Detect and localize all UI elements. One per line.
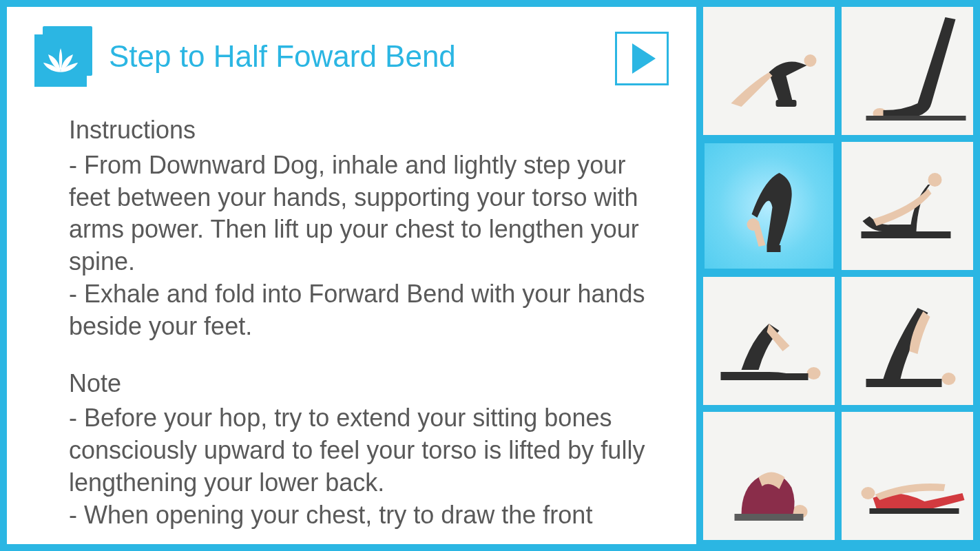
instruction-line: - Exhale and fold into Forward Bend with… bbox=[69, 278, 662, 343]
main-detail-card: Step to Half Foward Bend Instructions - … bbox=[7, 7, 696, 544]
pose-thumbnail[interactable] bbox=[842, 412, 973, 540]
pose-thumbnail[interactable] bbox=[703, 277, 835, 405]
svg-point-7 bbox=[942, 373, 956, 385]
pose-prone-locust-icon bbox=[842, 412, 973, 540]
pose-reclined-knees-to-chest-icon bbox=[703, 412, 835, 540]
svg-rect-9 bbox=[735, 514, 804, 521]
pose-supine-knee-bent-icon bbox=[703, 277, 835, 405]
play-button[interactable] bbox=[615, 32, 669, 85]
pose-thumbnail[interactable] bbox=[703, 412, 835, 540]
pose-downward-dog-knees-icon bbox=[703, 7, 835, 135]
pose-thumbnail[interactable] bbox=[842, 277, 973, 405]
pose-thumbnail[interactable] bbox=[703, 7, 835, 135]
svg-rect-5 bbox=[862, 231, 951, 238]
pose-thumbnail[interactable] bbox=[703, 142, 835, 270]
lotus-icon bbox=[34, 26, 95, 87]
app-root: Step to Half Foward Bend Instructions - … bbox=[0, 0, 980, 551]
svg-rect-1 bbox=[776, 100, 797, 107]
pose-title: Step to Half Foward Bend bbox=[109, 39, 456, 74]
play-icon bbox=[632, 43, 656, 74]
instructions-heading: Instructions bbox=[69, 114, 662, 147]
svg-point-10 bbox=[862, 487, 875, 499]
pose-thumbnail-grid bbox=[703, 7, 973, 544]
pose-thumbnail[interactable] bbox=[842, 7, 973, 135]
svg-rect-11 bbox=[870, 508, 959, 514]
pose-reclined-leg-raise-icon bbox=[842, 277, 973, 405]
pose-step-half-forward-bend-icon bbox=[703, 142, 835, 270]
note-line: - When opening your chest, try to draw t… bbox=[69, 499, 662, 532]
instruction-line: - From Downward Dog, inhale and lightly … bbox=[69, 149, 662, 278]
pose-thumbnail[interactable] bbox=[842, 142, 973, 270]
svg-point-0 bbox=[804, 54, 817, 67]
pose-shoulder-stand-legs-up-icon bbox=[842, 7, 973, 135]
header: Step to Half Foward Bend bbox=[34, 26, 669, 87]
note-heading: Note bbox=[69, 368, 662, 400]
pose-seated-forward-bend-icon bbox=[842, 142, 973, 270]
note-line: - Before your hop, try to extend your si… bbox=[69, 402, 662, 499]
svg-point-6 bbox=[807, 367, 821, 380]
instructions-panel: Instructions - From Downward Dog, inhale… bbox=[34, 114, 669, 532]
